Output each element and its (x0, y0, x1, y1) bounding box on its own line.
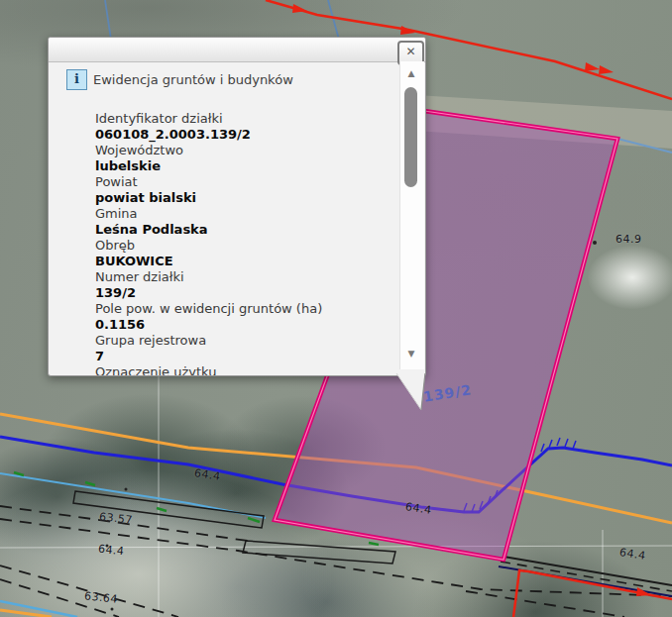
field-value: powiat bialski (95, 190, 392, 206)
field-label-clipped: Oznaczenie użytku (95, 364, 392, 376)
field-value: 060108_2.0003.139/2 (95, 127, 392, 143)
field-value: lubelskie (95, 158, 392, 174)
scroll-down-icon[interactable]: ▼ (403, 348, 419, 360)
field-label: Województwo (95, 143, 392, 158)
field-label: Obręb (95, 238, 392, 254)
scroll-up-icon[interactable]: ▲ (403, 67, 419, 79)
parcel-attributes: Identyfikator działki 060108_2.0003.139/… (95, 111, 392, 376)
field-value: BUKOWICE (95, 254, 392, 269)
popup-title: Ewidencja gruntów i budynków (93, 72, 293, 87)
info-icon: i (66, 69, 87, 90)
field-label: Pole pow. w ewidencji gruntów (ha) (95, 301, 392, 317)
field-value: 139/2 (95, 285, 392, 301)
parcel-info-popup: ✕ i Ewidencja gruntów i budynków Identyf… (48, 37, 426, 376)
field-value: 0.1156 (95, 317, 392, 333)
field-label: Grupa rejestrowa (95, 333, 392, 349)
field-label: Gmina (95, 206, 392, 222)
field-value: Leśna Podlaska (95, 222, 392, 238)
popup-header[interactable] (49, 38, 425, 62)
scrollbar-thumb[interactable] (404, 87, 417, 187)
geoportal-map-view: 64.9 63.57 64.4 63.64 64.4 64.4 64.4 139… (0, 0, 672, 617)
field-label: Powiat (95, 174, 392, 190)
field-label: Identyfikator działki (95, 111, 392, 127)
field-value: 7 (95, 349, 392, 364)
field-label: Numer działki (95, 269, 392, 285)
